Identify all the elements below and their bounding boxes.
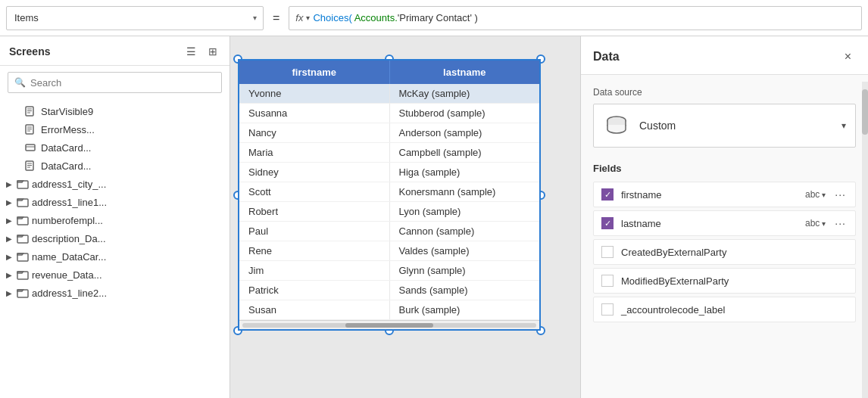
- table-cell: Valdes (sample): [390, 241, 540, 260]
- fx-label: fx: [295, 12, 303, 23]
- formula-bar: Items ▾ = fx ▾ Choices( Accounts.'Primar…: [0, 0, 868, 36]
- items-selector-chevron: ▾: [247, 14, 263, 22]
- table-row[interactable]: Yvonne McKay (sample): [239, 84, 539, 104]
- table-cell: Stubberod (sample): [390, 104, 540, 123]
- table-cell: Yvonne: [239, 84, 390, 103]
- field-more-button-firstname[interactable]: ···: [833, 188, 848, 201]
- formula-rest: 'Primary Contact' ): [398, 12, 478, 23]
- field-row-lastname: lastname abc ▾ ···: [593, 210, 856, 236]
- tree-item-label: name_DataCar...: [32, 251, 106, 263]
- list-item[interactable]: ▶ address1_city_...: [0, 175, 229, 193]
- expand-arrow: ▶: [6, 289, 12, 297]
- table-row[interactable]: Scott Konersmann (sample): [239, 182, 539, 202]
- table-cell: Jim: [239, 261, 390, 280]
- list-item[interactable]: DataCard...: [0, 157, 229, 175]
- scroll-thumb: [862, 89, 868, 135]
- col-header-lastname: lastname: [390, 61, 540, 84]
- tree-item-label: DataCard...: [41, 160, 91, 172]
- table-header: firstname lastname: [239, 61, 539, 84]
- field-type-chevron: ▾: [822, 191, 826, 199]
- table-row[interactable]: Jim Glynn (sample): [239, 261, 539, 281]
- tree-item-label: ErrorMess...: [41, 124, 95, 135]
- table-cell: Maria: [239, 143, 390, 162]
- items-selector-value: Items: [7, 12, 247, 23]
- field-name-firstname: firstname: [621, 189, 798, 201]
- field-type-firstname: abc ▾: [805, 189, 826, 200]
- table-row[interactable]: Nancy Anderson (sample): [239, 123, 539, 143]
- search-input[interactable]: [30, 77, 215, 89]
- table-cell: Patrick: [239, 281, 390, 300]
- table-row[interactable]: Patrick Sands (sample): [239, 281, 539, 300]
- field-more-button-lastname[interactable]: ···: [833, 217, 848, 229]
- fields-section-label: Fields: [593, 163, 856, 174]
- table-cell: Scott: [239, 182, 390, 201]
- expand-arrow: ▶: [6, 235, 12, 243]
- list-item[interactable]: ErrorMess...: [0, 120, 229, 138]
- table-row[interactable]: Sidney Higa (sample): [239, 163, 539, 182]
- edit-icon: [24, 160, 36, 172]
- col-header-firstname: firstname: [239, 61, 390, 84]
- list-item[interactable]: ▶ revenue_Data...: [0, 266, 229, 284]
- grid-view-icon[interactable]: ⊞: [205, 44, 220, 59]
- close-button[interactable]: ×: [840, 48, 856, 65]
- field-checkbox-modifiedbyexternalparty[interactable]: [601, 275, 614, 287]
- field-type-chevron: ▾: [822, 219, 826, 228]
- table-cell: Rene: [239, 241, 390, 260]
- list-item[interactable]: ▶ address1_line2...: [0, 284, 229, 302]
- table-cell: Glynn (sample): [390, 261, 540, 280]
- folder-icon: [17, 196, 29, 208]
- folder-icon: [17, 287, 29, 299]
- list-view-icon[interactable]: ☰: [183, 44, 199, 59]
- field-checkbox-createdbyexternalparty[interactable]: [601, 246, 614, 258]
- table-row[interactable]: Robert Lyon (sample): [239, 202, 539, 222]
- field-checkbox-lastname[interactable]: [601, 217, 614, 229]
- list-item[interactable]: ▶ address1_line1...: [0, 193, 229, 211]
- table-cell: Konersmann (sample): [390, 182, 540, 201]
- field-checkbox-accountrolecode[interactable]: [601, 303, 614, 316]
- sidebar-search[interactable]: 🔍: [8, 72, 222, 93]
- list-item[interactable]: ▶ description_Da...: [0, 229, 229, 247]
- list-item[interactable]: ▶ name_DataCar...: [0, 247, 229, 266]
- table-row[interactable]: Maria Campbell (sample): [239, 143, 539, 163]
- datasource-selector[interactable]: Custom ▾: [593, 104, 856, 148]
- field-checkbox-firstname[interactable]: [601, 188, 614, 201]
- tree-item-label: StarVisible9: [41, 106, 93, 117]
- table-cell: Paul: [239, 222, 390, 241]
- field-row-modifiedbyexternalparty: ModifiedByExternalParty: [593, 268, 856, 294]
- edit-icon: [24, 105, 36, 117]
- formula-input[interactable]: fx ▾ Choices( Accounts.'Primary Contact'…: [289, 6, 862, 30]
- sidebar-header: Screens ☰ ⊞: [0, 36, 229, 66]
- expand-arrow: ▶: [6, 253, 12, 261]
- table-row[interactable]: Susan Burk (sample): [239, 300, 539, 320]
- database-icon: [603, 112, 630, 139]
- table-body: Yvonne McKay (sample) Susanna Stubberod …: [239, 84, 539, 320]
- field-name-accountrolecode: _accountrolecode_label: [621, 304, 848, 316]
- data-table-widget[interactable]: firstname lastname Yvonne McKay (sample)…: [238, 59, 541, 331]
- table-cell: Cannon (sample): [390, 222, 540, 241]
- table-cell: Burk (sample): [390, 300, 540, 319]
- tree-item-label: revenue_Data...: [32, 269, 102, 281]
- right-panel: Data × Data source Custom ▾ Fields: [580, 36, 868, 398]
- table-cell: Sidney: [239, 163, 390, 182]
- table-row[interactable]: Susanna Stubberod (sample): [239, 104, 539, 123]
- folder-icon: [17, 269, 29, 281]
- table-cell: Campbell (sample): [390, 143, 540, 162]
- table-cell: McKay (sample): [390, 84, 540, 103]
- right-panel-title: Data: [593, 50, 620, 64]
- datasource-name: Custom: [639, 120, 832, 132]
- tree-item-label: description_Da...: [32, 233, 106, 244]
- list-item[interactable]: StarVisible9: [0, 102, 229, 120]
- table-scrollbar[interactable]: [239, 320, 539, 329]
- list-item[interactable]: ▶ numberofempl...: [0, 211, 229, 229]
- table-cell: Sands (sample): [390, 281, 540, 300]
- field-row-firstname: firstname abc ▾ ···: [593, 182, 856, 207]
- table-row[interactable]: Paul Cannon (sample): [239, 222, 539, 241]
- expand-arrow: ▶: [6, 180, 12, 188]
- folder-icon: [17, 250, 29, 263]
- items-selector[interactable]: Items ▾: [6, 6, 264, 30]
- tree-item-label: numberofempl...: [32, 215, 103, 226]
- list-item[interactable]: DataCard...: [0, 138, 229, 157]
- table-row[interactable]: Rene Valdes (sample): [239, 241, 539, 261]
- edit-icon: [24, 123, 36, 135]
- right-panel-scrollbar[interactable]: [862, 82, 868, 398]
